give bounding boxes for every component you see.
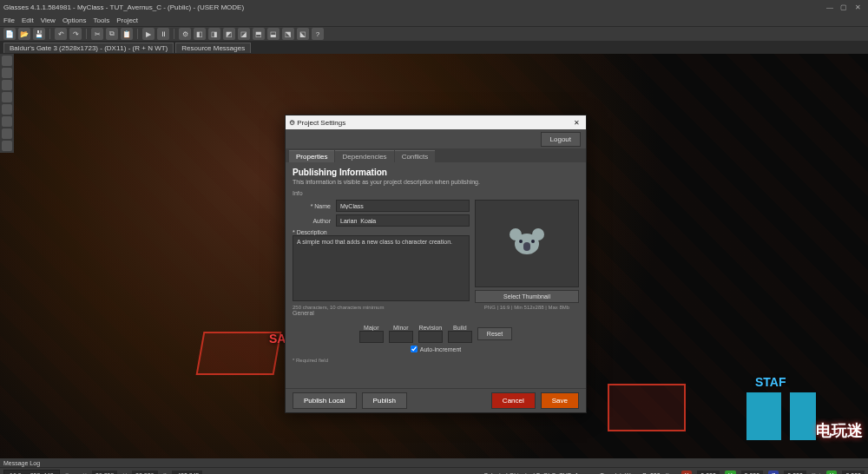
tool-generic-icon[interactable]: ⬕ bbox=[297, 28, 309, 40]
dialog-title: Project Settings bbox=[297, 119, 345, 127]
description-input[interactable] bbox=[293, 235, 470, 301]
menu-file[interactable]: File bbox=[3, 16, 15, 24]
tool-generic-icon[interactable]: ◪ bbox=[238, 28, 250, 40]
minimize-button[interactable]: — bbox=[823, 3, 837, 11]
gizmo-cyan-marker bbox=[790, 392, 816, 440]
revision-label: Revision bbox=[418, 325, 442, 331]
tool-cut-icon[interactable]: ✂ bbox=[91, 28, 103, 40]
status-bar: 16:9≈ - 858x448 Cam X 39.259 Y 22.836 Z … bbox=[0, 467, 868, 474]
thumbnail-preview bbox=[475, 200, 579, 287]
sidetool-icon[interactable] bbox=[2, 116, 12, 127]
pos-x-value[interactable]: 0.000 bbox=[697, 471, 720, 474]
tool-undo-icon[interactable]: ↶ bbox=[55, 28, 67, 40]
sidetool-select-icon[interactable] bbox=[2, 56, 12, 66]
sidetool-icon[interactable] bbox=[2, 128, 12, 139]
rot-y-value[interactable]: 0.000 bbox=[842, 471, 865, 474]
sidetool-icon[interactable] bbox=[2, 141, 12, 151]
build-input[interactable] bbox=[448, 331, 472, 343]
author-input[interactable] bbox=[336, 214, 470, 227]
rot-y-axis: Y bbox=[826, 471, 838, 474]
tool-generic-icon[interactable]: ◨ bbox=[208, 28, 220, 40]
main-toolbar: 📄 📂 💾 ↶ ↷ ✂ ⧉ 📋 ▶ ⏸ ⚙ ◧ ◨ ◩ ◪ ⬒ ⬓ ⬔ ⬕ ? bbox=[0, 26, 868, 42]
cam-y-value: 22.836 bbox=[132, 471, 157, 474]
menu-tools[interactable]: Tools bbox=[93, 16, 109, 24]
tab-conflicts[interactable]: Conflicts bbox=[395, 150, 436, 162]
tool-redo-icon[interactable]: ↷ bbox=[69, 28, 82, 40]
pos-y-value[interactable]: 0.000 bbox=[741, 471, 764, 474]
reset-button[interactable]: Reset bbox=[477, 327, 512, 340]
tool-play-icon[interactable]: ▶ bbox=[142, 28, 155, 40]
tool-new-icon[interactable]: 📄 bbox=[3, 28, 16, 40]
sidetool-icon[interactable] bbox=[2, 104, 12, 115]
auto-increment-label: Auto-increment bbox=[420, 346, 461, 352]
menu-view[interactable]: View bbox=[41, 16, 56, 24]
publish-button[interactable]: Publish bbox=[362, 392, 407, 409]
panel-tab[interactable]: Resource Messages bbox=[175, 43, 251, 53]
name-input[interactable] bbox=[336, 200, 470, 212]
tool-save-icon[interactable]: 💾 bbox=[33, 28, 45, 40]
tab-properties[interactable]: Properties bbox=[289, 150, 334, 162]
tool-open-icon[interactable]: 📂 bbox=[18, 28, 30, 40]
dialog-close-button[interactable]: ✕ bbox=[570, 119, 582, 127]
message-log-bar[interactable]: Message Log bbox=[0, 458, 868, 467]
tool-generic-icon[interactable]: ◩ bbox=[223, 28, 235, 40]
message-log-label: Message Log bbox=[3, 460, 40, 466]
cam-z-value: -420.245 bbox=[172, 471, 203, 474]
tool-generic-icon[interactable]: ⬒ bbox=[253, 28, 265, 40]
build-label: Build bbox=[453, 325, 467, 331]
viewport-label-sa: SA bbox=[269, 332, 286, 346]
publish-local-button[interactable]: Publish Local bbox=[293, 392, 357, 409]
menu-edit[interactable]: Edit bbox=[22, 16, 34, 24]
menu-options[interactable]: Options bbox=[62, 16, 87, 24]
sidetool-rotate-icon[interactable] bbox=[2, 80, 12, 90]
pos-y-axis: Y bbox=[725, 471, 736, 474]
tool-generic-icon[interactable]: ◧ bbox=[194, 28, 206, 40]
pos-z-axis: Z bbox=[768, 471, 779, 474]
tool-generic-icon[interactable]: ⬔ bbox=[282, 28, 294, 40]
close-button[interactable]: ✕ bbox=[851, 3, 865, 11]
section-info-label: Info bbox=[293, 190, 579, 196]
major-input[interactable] bbox=[359, 331, 384, 343]
name-label: Name bbox=[293, 203, 336, 209]
auto-increment-checkbox[interactable] bbox=[411, 346, 418, 352]
tool-pause-icon[interactable]: ⏸ bbox=[157, 28, 169, 40]
dialog-titlebar[interactable]: ⚙ Project Settings ✕ bbox=[286, 115, 586, 129]
cam-x-value: 39.259 bbox=[92, 471, 117, 474]
settings-icon: ⚙ bbox=[289, 119, 295, 127]
main-area: SA STAF ⚙ Project Settings ✕ Logout Prop… bbox=[0, 54, 868, 458]
tool-generic-icon[interactable]: ⚙ bbox=[179, 28, 191, 40]
save-button[interactable]: Save bbox=[541, 392, 579, 409]
tool-paste-icon[interactable]: 📋 bbox=[121, 28, 133, 40]
document-tab[interactable]: Baldur's Gate 3 (2528x1723) - (DX11) - (… bbox=[3, 43, 174, 53]
minor-input[interactable] bbox=[389, 331, 413, 343]
pos-x-axis: X bbox=[681, 471, 693, 474]
menu-project[interactable]: Project bbox=[116, 16, 138, 24]
maximize-button[interactable]: ▢ bbox=[837, 3, 851, 11]
minor-label: Minor bbox=[393, 325, 409, 331]
project-settings-dialog: ⚙ Project Settings ✕ Logout Properties D… bbox=[285, 115, 587, 413]
app-title: Glasses 4.1.1.584981 - MyClass - TUT_Ave… bbox=[3, 3, 244, 11]
tool-help-icon[interactable]: ? bbox=[312, 28, 324, 40]
cancel-button[interactable]: Cancel bbox=[491, 392, 536, 409]
logout-button[interactable]: Logout bbox=[541, 132, 581, 147]
aspect-ratio-chip[interactable]: 16:9≈ - 858x448 bbox=[3, 470, 60, 474]
menu-bar: File Edit View Options Tools Project bbox=[0, 14, 868, 26]
sidetool-scale-icon[interactable] bbox=[2, 92, 12, 102]
gizmo-red-box bbox=[608, 384, 686, 431]
window-titlebar: Glasses 4.1.1.584981 - MyClass - TUT_Ave… bbox=[0, 0, 868, 14]
gizmo-cyan-marker bbox=[746, 392, 781, 440]
pos-z-value[interactable]: 0.000 bbox=[784, 471, 806, 474]
tab-dependencies[interactable]: Dependencies bbox=[335, 150, 393, 162]
dialog-heading: Publishing Information bbox=[293, 168, 579, 177]
tool-copy-icon[interactable]: ⧉ bbox=[106, 28, 118, 40]
major-label: Major bbox=[364, 325, 379, 331]
author-label: Author bbox=[293, 218, 336, 224]
tool-generic-icon[interactable]: ⬓ bbox=[267, 28, 279, 40]
section-general-label: General bbox=[293, 310, 579, 316]
sidetool-move-icon[interactable] bbox=[2, 68, 12, 78]
side-toolbar bbox=[0, 54, 14, 153]
select-thumbnail-button[interactable]: Select Thumbnail bbox=[475, 290, 579, 303]
revision-input[interactable] bbox=[418, 331, 443, 343]
dialog-tabs: Properties Dependencies Conflicts bbox=[286, 148, 586, 162]
viewport-label-staf: STAF bbox=[755, 375, 786, 389]
